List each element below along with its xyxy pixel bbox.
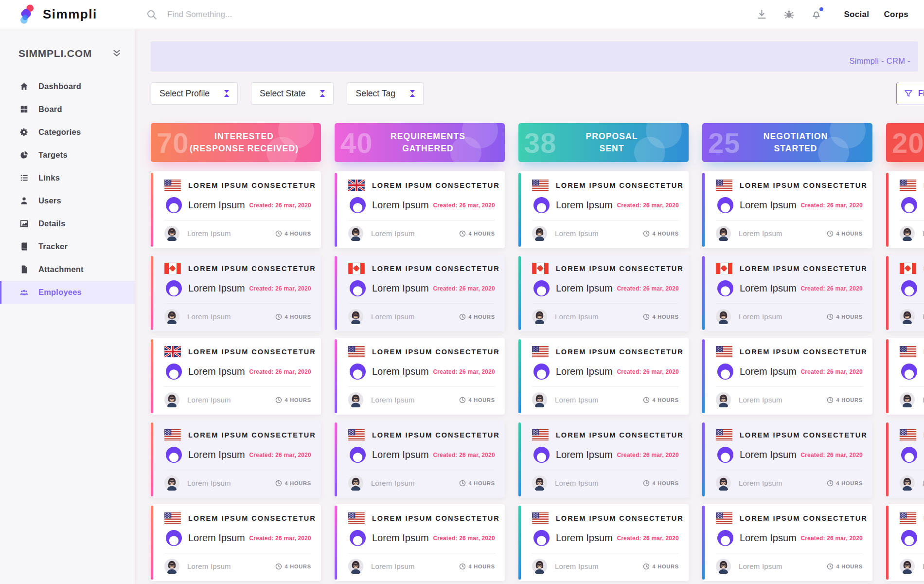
lead-card[interactable]: LOREM IPSUM CONSECTETUR Lorem Ipsum Crea… <box>702 421 872 498</box>
card-divider <box>716 386 863 387</box>
company-avatar-icon <box>165 529 182 547</box>
sidebar-item-employees[interactable]: Employees <box>0 281 135 304</box>
company-avatar-icon <box>349 280 366 297</box>
sidebar-item-details[interactable]: Details <box>0 212 135 235</box>
card-lead-name: Lorem Ipsum <box>740 532 797 544</box>
bug-icon[interactable] <box>782 8 795 21</box>
assignee-avatar <box>716 226 731 241</box>
company-avatar-icon <box>165 197 182 214</box>
clock-icon <box>827 480 834 487</box>
select-dropdown-select-state[interactable]: Select State <box>251 82 334 105</box>
top-header: Simmpli Social Corps <box>0 0 924 29</box>
lead-card[interactable]: LOREM IPSUM CONSECTETUR Lorem Ipsum Crea… <box>518 338 689 415</box>
filter-toolbar: Select Profile Select State Select Tag F… <box>151 82 924 105</box>
sidebar-item-categories[interactable]: Categories <box>0 121 135 144</box>
card-title: LOREM IPSUM CONSECTETUR <box>740 182 868 189</box>
sidebar-item-attachment[interactable]: Attachment <box>0 258 135 281</box>
lead-card[interactable]: LOREM IPSUM CONSECTETUR Lorem Ipsum Crea… <box>702 255 872 331</box>
lead-card[interactable]: LOREM IPSUM CONSECTETUR Lorem Ipsum Crea… <box>886 504 924 581</box>
select-dropdown-select-profile[interactable]: Select Profile <box>151 82 238 105</box>
lead-card[interactable]: LOREM IPSUM CONSECTETUR Lorem Ipsum Crea… <box>151 504 321 581</box>
card-duration: 4 HOURS <box>459 563 496 570</box>
lead-card[interactable]: LOREM IPSUM CONSECTETUR Lorem Ipsum Crea… <box>702 338 872 415</box>
ca-flag-icon <box>164 263 181 274</box>
notification-badge <box>818 6 824 12</box>
bell-icon[interactable] <box>810 8 822 21</box>
download-icon[interactable] <box>755 8 768 21</box>
lead-card[interactable]: LOREM IPSUM CONSECTETUR Lorem Ipsum Crea… <box>335 338 505 415</box>
assignee-avatar <box>532 226 547 241</box>
card-divider <box>164 553 311 553</box>
nav-link-corps[interactable]: Corps <box>884 10 908 19</box>
card-title: LOREM IPSUM CONSECTETUR <box>740 348 868 356</box>
lead-card[interactable]: LOREM IPSUM CONSECTETUR Lorem Ipsum Crea… <box>886 338 924 415</box>
breadcrumb[interactable]: Simmpli - CRM - <box>850 56 911 66</box>
lead-card[interactable]: LOREM IPSUM CONSECTETUR Lorem Ipsum Crea… <box>518 255 689 331</box>
clock-icon <box>643 397 650 403</box>
card-divider <box>164 470 311 470</box>
lead-card[interactable]: LOREM IPSUM CONSECTETUR Lorem Ipsum Crea… <box>518 504 689 581</box>
assignee-avatar <box>532 392 547 407</box>
lead-card[interactable]: LOREM IPSUM CONSECTETUR Lorem Ipsum Crea… <box>886 171 924 248</box>
card-title: LOREM IPSUM CONSECTETUR <box>188 514 316 522</box>
collapse-double-chevron-icon[interactable] <box>111 48 122 59</box>
sidebar-item-tracker[interactable]: Tracker <box>0 235 135 258</box>
filter-button[interactable]: Filter <box>896 82 924 105</box>
column-header: 38 PROPOSALSENT <box>518 123 689 162</box>
lead-card[interactable]: LOREM IPSUM CONSECTETUR Lorem Ipsum Crea… <box>518 171 689 248</box>
kanban-column: 40 REQUIREMENTSGATHERED LOREM IPSUM CONS… <box>335 123 505 581</box>
card-accent-bar <box>518 256 521 330</box>
assignee-avatar <box>900 309 915 324</box>
card-accent-bar <box>518 173 521 247</box>
card-created-date: Created: 26 mar, 2020 <box>249 285 311 292</box>
card-title: LOREM IPSUM CONSECTETUR <box>556 431 684 439</box>
card-accent-bar <box>151 256 153 330</box>
lead-card[interactable]: LOREM IPSUM CONSECTETUR Lorem Ipsum Crea… <box>702 171 872 248</box>
lead-card[interactable]: LOREM IPSUM CONSECTETUR Lorem Ipsum Crea… <box>335 421 505 498</box>
company-avatar-icon <box>717 280 734 297</box>
card-created-date: Created: 26 mar, 2020 <box>433 285 495 292</box>
card-divider <box>900 553 924 553</box>
lead-card[interactable]: LOREM IPSUM CONSECTETUR Lorem Ipsum Crea… <box>151 338 321 415</box>
lead-card[interactable]: LOREM IPSUM CONSECTETUR Lorem Ipsum Crea… <box>886 421 924 498</box>
card-lead-name: Lorem Ipsum <box>740 283 797 294</box>
card-accent-bar <box>886 256 888 330</box>
us-flag-icon <box>900 512 916 524</box>
assignee-avatar <box>532 475 547 491</box>
gear-icon <box>19 128 29 137</box>
card-lead-name: Lorem Ipsum <box>188 532 245 544</box>
company-avatar-icon <box>349 446 366 463</box>
lead-card[interactable]: LOREM IPSUM CONSECTETUR Lorem Ipsum Crea… <box>151 171 321 248</box>
nav-link-social[interactable]: Social <box>844 10 869 19</box>
card-title: LOREM IPSUM CONSECTETUR <box>372 182 500 189</box>
card-divider <box>348 303 495 304</box>
card-lead-name: Lorem Ipsum <box>556 366 613 377</box>
lead-card[interactable]: LOREM IPSUM CONSECTETUR Lorem Ipsum Crea… <box>335 504 505 581</box>
lead-card[interactable]: LOREM IPSUM CONSECTETUR Lorem Ipsum Crea… <box>335 255 505 331</box>
lead-card[interactable]: LOREM IPSUM CONSECTETUR Lorem Ipsum Crea… <box>518 421 689 498</box>
card-divider <box>532 303 679 304</box>
pie-chart-icon <box>19 150 29 160</box>
lead-card[interactable]: LOREM IPSUM CONSECTETUR Lorem Ipsum Crea… <box>886 255 924 331</box>
sidebar-item-board[interactable]: Board <box>0 98 135 121</box>
lead-card[interactable]: LOREM IPSUM CONSECTETUR Lorem Ipsum Crea… <box>151 255 321 331</box>
ca-flag-icon <box>532 263 549 274</box>
lead-card[interactable]: LOREM IPSUM CONSECTETUR Lorem Ipsum Crea… <box>702 504 872 581</box>
lead-card[interactable]: LOREM IPSUM CONSECTETUR Lorem Ipsum Crea… <box>151 421 321 498</box>
card-accent-bar <box>151 506 153 580</box>
lead-card[interactable]: LOREM IPSUM CONSECTETUR Lorem Ipsum Crea… <box>335 171 505 248</box>
select-dropdown-select-tag[interactable]: Select Tag <box>347 82 423 105</box>
sidebar-item-targets[interactable]: Targets <box>0 144 135 166</box>
search-input[interactable] <box>167 10 323 19</box>
card-duration: 4 HOURS <box>827 313 863 320</box>
card-title: LOREM IPSUM CONSECTETUR <box>188 348 316 356</box>
sidebar-item-links[interactable]: Links <box>0 166 135 189</box>
card-accent-bar <box>702 173 705 247</box>
card-title: LOREM IPSUM CONSECTETUR <box>740 514 868 522</box>
sidebar-item-dashboard[interactable]: Dashboard <box>0 75 135 98</box>
sidebar-item-users[interactable]: Users <box>0 189 135 212</box>
card-created-date: Created: 26 mar, 2020 <box>249 452 311 458</box>
clock-icon <box>459 563 466 570</box>
brand-logo[interactable]: Simmpli <box>0 3 146 26</box>
card-created-date: Created: 26 mar, 2020 <box>249 202 311 209</box>
